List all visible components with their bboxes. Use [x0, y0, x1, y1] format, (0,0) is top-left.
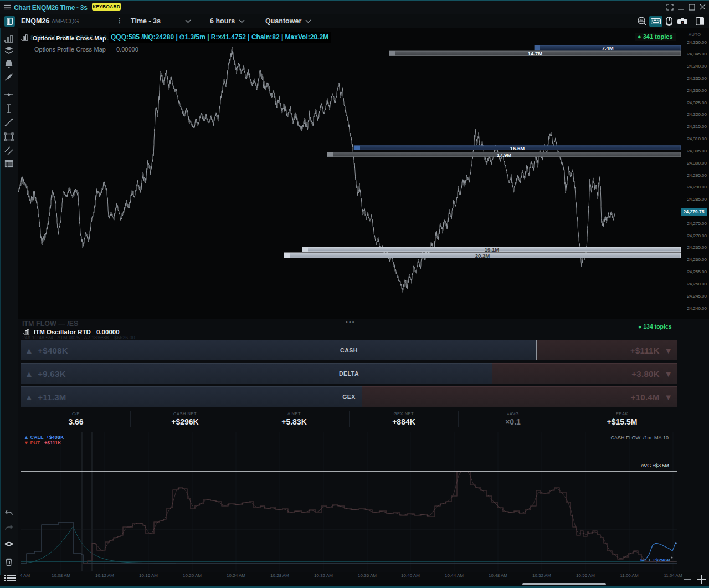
svg-text:17.9M: 17.9M	[497, 152, 511, 158]
svg-text:16.6M: 16.6M	[510, 145, 525, 151]
svg-text:19.1M: 19.1M	[485, 247, 499, 253]
svg-text:7.4M: 7.4M	[602, 45, 613, 51]
svg-text:14.7M: 14.7M	[528, 50, 542, 57]
svg-text:20.2M: 20.2M	[475, 253, 490, 259]
